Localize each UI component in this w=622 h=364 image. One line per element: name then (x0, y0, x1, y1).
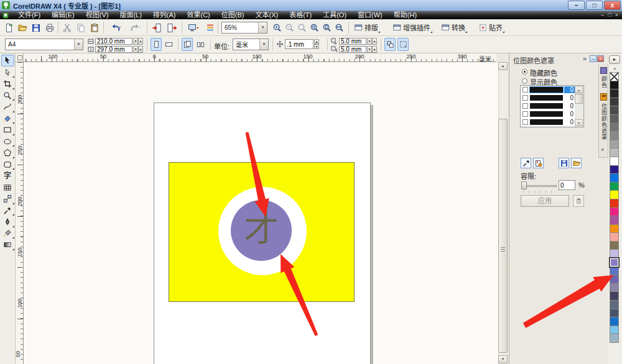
palette-swatch-medium-purple[interactable] (610, 258, 619, 267)
nudge-offset-input[interactable] (285, 39, 313, 49)
marquee-select-button[interactable] (397, 38, 409, 51)
snap-toolbar-button[interactable]: 贴齐 (476, 21, 505, 34)
export-button[interactable] (165, 22, 178, 34)
zoom-selected-button[interactable] (296, 22, 309, 34)
open-button[interactable] (16, 22, 29, 34)
nudge-spinner[interactable]: ▲▼ (314, 39, 319, 49)
palette-swatch-gray-blue[interactable] (610, 334, 619, 343)
apply-button[interactable]: 应用 (521, 195, 569, 207)
zoom-tool[interactable] (1, 90, 14, 101)
color-selector-eyedropper-button[interactable] (521, 158, 531, 168)
doc-close-button[interactable]: × (615, 11, 618, 19)
palette-swatch-strong-blue[interactable] (610, 317, 619, 326)
zoom-level-combo[interactable]: 65% ▼ (221, 22, 267, 34)
palette-swatch-violet[interactable] (610, 216, 619, 225)
palette-swatch-brown[interactable] (610, 241, 619, 250)
freehand-tool[interactable] (1, 102, 14, 112)
hide-colors-radio[interactable] (522, 69, 527, 75)
paste-button[interactable] (88, 22, 101, 34)
menu-item-7[interactable]: 位图(B) (216, 11, 250, 19)
vertical-ruler[interactable]: 300 250 200 150 100 50 (16, 62, 24, 364)
table-tool[interactable] (1, 182, 14, 193)
purple-circle-object[interactable]: 才 (231, 200, 292, 261)
save-button[interactable] (30, 22, 42, 34)
zoom-all-objects-button[interactable] (309, 22, 321, 34)
text-tool[interactable]: 字 (1, 171, 14, 181)
list-scroll-up-icon[interactable]: ▲ (575, 86, 583, 93)
shape-tool[interactable] (1, 67, 14, 78)
polygon-tool[interactable] (1, 148, 14, 158)
palette-swatch-yellow[interactable] (610, 190, 619, 199)
palette-swatch-gray-30[interactable] (610, 140, 619, 149)
whats-new-button[interactable] (204, 22, 216, 34)
duplicate-y-input[interactable] (339, 46, 366, 53)
list-scroll-down-icon[interactable]: ▼ (575, 119, 583, 126)
paper-width-input[interactable] (95, 38, 132, 45)
units-dropdown-icon[interactable]: ▼ (259, 39, 268, 50)
undo-button[interactable] (107, 22, 124, 34)
paper-height-spinner[interactable]: ▼▲ (133, 46, 143, 53)
palette-swatch-gray-purple[interactable] (610, 283, 619, 293)
palette-swatch-gray-60[interactable] (610, 114, 619, 124)
palette-scroll-up-icon[interactable]: ▲ (610, 65, 620, 72)
docker-chevron[interactable]: » (583, 55, 587, 62)
scroll-down-button[interactable]: ▼ (498, 355, 508, 363)
menu-item-5[interactable]: 排列(A) (147, 11, 182, 19)
mask-color-checkbox[interactable] (522, 111, 528, 117)
bitmap-mask-tab[interactable]: 位图颜色遮罩 (600, 103, 608, 140)
rectangle-tool[interactable] (1, 125, 14, 135)
palette-swatch-lavender[interactable] (610, 249, 619, 258)
list-scrollbar-thumb[interactable] (575, 94, 583, 104)
palette-swatch-pink[interactable] (610, 232, 619, 242)
menu-item-6[interactable]: 效果(C) (182, 11, 216, 19)
maximize-button[interactable]: □ (586, 1, 603, 10)
landscape-button[interactable] (163, 38, 174, 51)
doc-minimize-button[interactable]: – (601, 11, 604, 19)
palette-flyout-button[interactable]: ► (609, 55, 620, 64)
mask-color-row-4[interactable]: 0 (521, 110, 583, 118)
palette-swatch-white[interactable] (610, 157, 619, 166)
hide-colors-label[interactable]: 隐藏颜色 (530, 68, 557, 78)
fill-tool[interactable] (1, 228, 14, 239)
redo-button[interactable] (127, 22, 144, 34)
menu-item-10[interactable]: 工具(O) (317, 11, 352, 19)
doc-restore-button[interactable]: □ (608, 11, 611, 19)
mask-color-row-5[interactable]: 0 (521, 118, 583, 126)
artwork-character[interactable]: 才 (244, 212, 279, 247)
preset-dropdown-icon[interactable]: ▼ (74, 39, 83, 50)
menu-item-2[interactable]: 编辑(E) (46, 11, 80, 19)
palette-swatch-dark-purple[interactable] (610, 275, 619, 284)
copy-button[interactable] (75, 22, 87, 34)
palette-swatch-magenta[interactable] (610, 207, 619, 217)
menu-item-4[interactable]: 版面(L) (114, 11, 147, 19)
palette-swatch-gray-90[interactable] (610, 89, 619, 98)
palette-swatch-gray-40[interactable] (610, 131, 619, 140)
zoom-to-width-button[interactable] (333, 22, 346, 34)
mask-color-checkbox[interactable] (522, 95, 528, 101)
tab-strip-close-icon[interactable]: × (601, 147, 604, 153)
basic-shapes-tool[interactable] (1, 159, 14, 170)
bitmap-mask-tab-icon[interactable] (600, 93, 607, 101)
import-button[interactable] (151, 22, 163, 34)
vertical-scrollbar-thumb[interactable] (498, 119, 508, 353)
palette-swatch-slate[interactable] (610, 300, 619, 309)
pick-tool[interactable] (1, 55, 14, 66)
tolerance-slider-handle[interactable] (521, 181, 527, 189)
drawing-canvas[interactable]: 才 (24, 62, 498, 364)
delete-mask-color-button[interactable] (573, 195, 584, 207)
docker-minimize-button[interactable]: – (590, 55, 596, 62)
blend-tool[interactable] (1, 194, 14, 204)
mask-color-checkbox[interactable] (522, 87, 528, 93)
palette-swatch-green[interactable] (610, 182, 619, 191)
zoom-in-button[interactable] (271, 22, 284, 34)
treat-as-filled-button[interactable] (384, 38, 396, 51)
show-colors-radio[interactable] (522, 78, 527, 84)
palette-swatch-orange[interactable] (610, 224, 619, 234)
palette-swatch-dark-slate[interactable] (610, 291, 619, 301)
palette-swatch-black[interactable] (610, 81, 619, 90)
print-button[interactable] (44, 22, 56, 34)
open-mask-button[interactable] (571, 158, 582, 168)
color-docker-tab[interactable]: 颜色 (600, 76, 608, 88)
paper-width-spinner[interactable]: ▼▲ (133, 38, 143, 45)
color-docker-tab-icon[interactable] (600, 67, 607, 74)
